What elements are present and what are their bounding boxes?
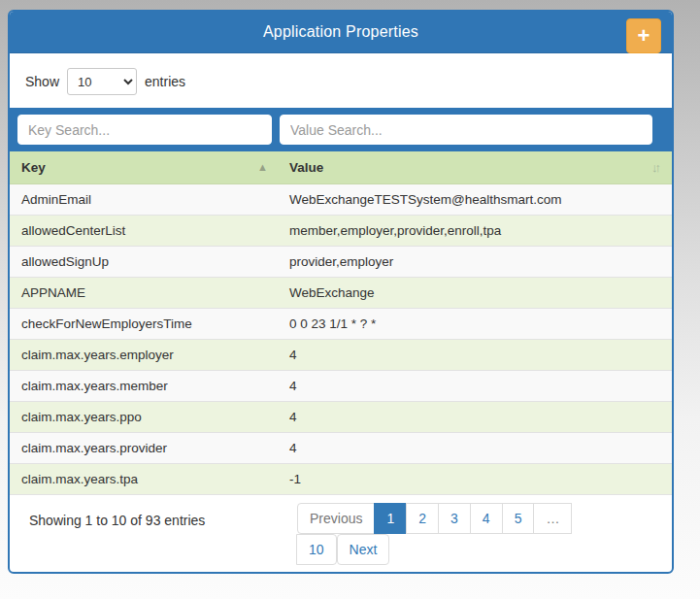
table-row[interactable]: allowedSignUp provider,employer — [10, 247, 672, 278]
pagination-page-5[interactable]: 5 — [502, 503, 535, 534]
key-cell: APPNAME — [10, 278, 278, 309]
page-length-select[interactable]: 10 — [67, 68, 137, 95]
key-cell: AdminEmail — [10, 184, 278, 216]
table-row[interactable]: claim.max.years.employer 4 — [10, 340, 672, 371]
value-search-input[interactable] — [280, 115, 652, 145]
pagination-next[interactable]: Next — [337, 534, 390, 565]
pagination-ellipsis[interactable]: … — [533, 503, 572, 534]
properties-table: Key ▲ Value ↓↑ AdminEmail WebExchangeTES… — [10, 151, 672, 495]
value-cell: 4 — [278, 433, 672, 464]
key-cell: claim.max.years.provider — [10, 433, 278, 464]
sort-both-icon: ↓↑ — [651, 161, 662, 174]
key-search-input[interactable] — [17, 115, 272, 145]
key-cell: claim.max.years.tpa — [10, 464, 278, 495]
value-cell: 0 0 23 1/1 * ? * — [278, 309, 672, 340]
value-cell: 4 — [278, 340, 672, 371]
table-row[interactable]: AdminEmail WebExchangeTESTSystem@healths… — [10, 184, 672, 216]
sort-ascending-icon: ▲ — [257, 162, 268, 173]
value-column-label: Value — [289, 160, 323, 175]
pagination-previous[interactable]: Previous — [297, 503, 375, 534]
add-property-button[interactable]: + — [626, 18, 661, 53]
key-cell: checkForNewEmployersTime — [10, 309, 278, 340]
column-header-key[interactable]: Key ▲ — [10, 151, 278, 184]
value-cell: 4 — [278, 402, 672, 433]
pagination-page-2[interactable]: 2 — [406, 503, 439, 534]
plus-icon: + — [638, 23, 650, 48]
value-cell: member,employer,provider,enroll,tpa — [278, 216, 672, 247]
key-cell: allowedSignUp — [10, 247, 278, 278]
value-cell: provider,employer — [278, 247, 672, 278]
application-properties-panel: Application Properties + Show 10 entries… — [8, 10, 674, 574]
value-cell: WebExchange — [278, 278, 672, 309]
entries-label: entries — [145, 74, 185, 89]
value-cell: 4 — [278, 371, 672, 402]
pagination: Previous 1 2 3 4 5 … 10 Next — [297, 503, 610, 565]
panel-header: Application Properties + — [10, 12, 672, 53]
table-row[interactable]: claim.max.years.tpa -1 — [10, 464, 672, 495]
table-row[interactable]: allowedCenterList member,employer,provid… — [10, 216, 672, 247]
value-cell: WebExchangeTESTSystem@healthsmart.com — [278, 184, 672, 216]
pagination-page-4[interactable]: 4 — [470, 503, 503, 534]
table-row[interactable]: checkForNewEmployersTime 0 0 23 1/1 * ? … — [10, 309, 672, 340]
entries-length-control: Show 10 entries — [10, 53, 672, 108]
table-row[interactable]: claim.max.years.ppo 4 — [10, 402, 672, 433]
pagination-page-10[interactable]: 10 — [296, 534, 337, 565]
table-row[interactable]: APPNAME WebExchange — [10, 278, 672, 309]
pagination-page-1[interactable]: 1 — [374, 503, 407, 534]
table-header-row: Key ▲ Value ↓↑ — [10, 151, 672, 184]
key-cell: claim.max.years.employer — [10, 340, 278, 371]
entries-info: Showing 1 to 10 of 93 entries — [29, 503, 205, 528]
pagination-page-3[interactable]: 3 — [438, 503, 471, 534]
key-cell: allowedCenterList — [10, 216, 278, 247]
show-label: Show — [25, 74, 59, 89]
key-column-label: Key — [21, 160, 46, 175]
key-cell: claim.max.years.member — [10, 371, 278, 402]
value-cell: -1 — [278, 464, 672, 495]
key-cell: claim.max.years.ppo — [10, 402, 278, 433]
page-title: Application Properties — [263, 23, 418, 41]
column-header-value[interactable]: Value ↓↑ — [278, 151, 672, 184]
search-band — [10, 108, 672, 151]
table-row[interactable]: claim.max.years.member 4 — [10, 371, 672, 402]
table-row[interactable]: claim.max.years.provider 4 — [10, 433, 672, 464]
table-footer: Showing 1 to 10 of 93 entries Previous 1… — [10, 495, 672, 565]
